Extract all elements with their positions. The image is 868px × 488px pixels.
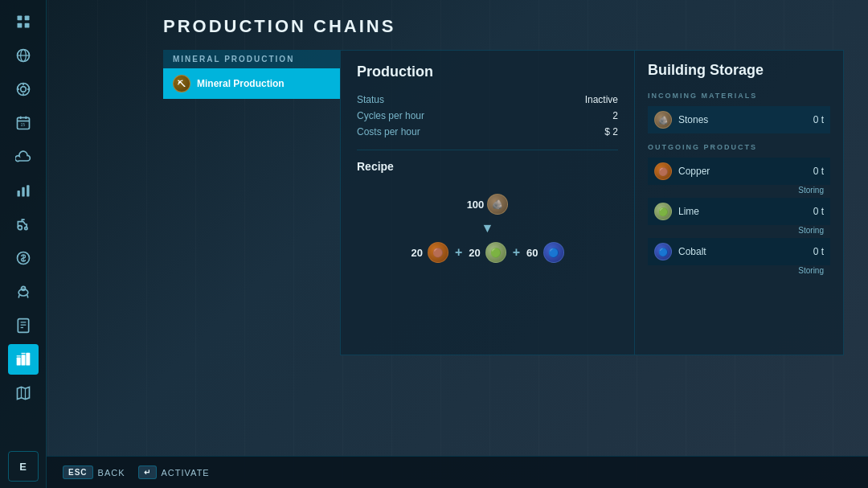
copper-name-group: 🟤 Copper xyxy=(654,162,710,180)
svg-rect-2 xyxy=(17,23,22,28)
category-item-label: Mineral Production xyxy=(197,78,285,89)
sidebar-item-escape[interactable]: E xyxy=(8,451,39,482)
lime-status: Storing xyxy=(648,226,830,238)
content-row: MINERAL PRODUCTION ⛏ Mineral Production … xyxy=(163,50,844,355)
sidebar-item-money[interactable] xyxy=(8,243,39,273)
svg-line-26 xyxy=(18,295,19,297)
lime-icon: 🟢 xyxy=(654,203,672,220)
plus-sign-1: + xyxy=(455,245,462,260)
bottom-bar: ESC BACK ↵ ACTIVATE xyxy=(47,456,868,488)
divider xyxy=(357,150,618,150)
sidebar-item-settings[interactable] xyxy=(8,74,39,105)
copper-icon: 🟤 xyxy=(654,162,672,180)
output-amount-2: 20 xyxy=(469,247,480,259)
activate-key: ↵ xyxy=(138,465,157,479)
svg-rect-33 xyxy=(21,355,25,365)
stone-resource-icon: 🪨 xyxy=(487,194,508,215)
svg-rect-18 xyxy=(17,191,19,197)
copper-name: Copper xyxy=(678,166,710,177)
outgoing-label: OUTGOING PRODUCTS xyxy=(648,140,830,154)
back-label: BACK xyxy=(98,468,125,478)
category-panel: MINERAL PRODUCTION ⛏ Mineral Production xyxy=(163,50,340,355)
category-item-mineral[interactable]: ⛏ Mineral Production xyxy=(163,68,340,99)
recipe-output: 20 🟤 + 20 🟢 + 60 🔵 xyxy=(411,242,563,263)
cobalt-icon: 🔵 xyxy=(654,243,672,260)
cobalt-output-icon: 🔵 xyxy=(543,242,564,263)
production-title: Production xyxy=(357,64,618,80)
esc-key: ESC xyxy=(63,465,93,479)
back-button[interactable]: ESC BACK xyxy=(63,465,125,479)
lime-name: Lime xyxy=(678,206,699,217)
copper-amount: 0 t xyxy=(813,166,824,177)
lime-output-icon: 🟢 xyxy=(485,242,506,263)
svg-rect-0 xyxy=(17,16,22,21)
stones-row: 🪨 Stones 0 t xyxy=(648,106,830,133)
cycles-row: Cycles per hour 2 xyxy=(357,108,618,124)
sidebar: 15 E xyxy=(0,0,47,488)
sidebar-item-production[interactable] xyxy=(8,344,39,375)
sidebar-item-ledger[interactable] xyxy=(8,310,39,341)
lime-row: 🟢 Lime 0 t xyxy=(648,198,830,225)
svg-line-27 xyxy=(27,295,28,297)
costs-label: Costs per hour xyxy=(357,126,420,137)
output-amount-1: 20 xyxy=(411,247,422,259)
sidebar-item-home[interactable] xyxy=(8,6,39,37)
status-row: Status Inactive xyxy=(357,92,618,108)
recipe-input-amount: 100 xyxy=(467,199,485,211)
lime-name-group: 🟢 Lime xyxy=(654,203,699,220)
lime-group: 🟢 Lime 0 t Storing xyxy=(648,198,830,238)
lime-amount: 0 t xyxy=(813,206,824,217)
sidebar-item-livestock[interactable] xyxy=(8,277,39,307)
stones-name-group: 🪨 Stones xyxy=(654,111,708,129)
svg-rect-34 xyxy=(26,353,30,366)
sidebar-item-chart[interactable] xyxy=(8,175,39,206)
category-header: MINERAL PRODUCTION xyxy=(163,50,340,68)
production-panel: Production Status Inactive Cycles per ho… xyxy=(340,50,635,355)
svg-rect-1 xyxy=(24,16,29,21)
svg-rect-19 xyxy=(22,187,24,197)
cycles-label: Cycles per hour xyxy=(357,110,424,121)
cobalt-name-group: 🔵 Cobalt xyxy=(654,243,706,260)
recipe-input: 100 🪨 xyxy=(467,194,509,215)
copper-output-icon: 🟤 xyxy=(428,242,448,263)
copper-group: 🟤 Copper 0 t Storing xyxy=(648,158,830,198)
svg-rect-28 xyxy=(18,319,28,333)
main-content: PRODUCTION CHAINS MINERAL PRODUCTION ⛏ M… xyxy=(47,0,868,488)
cobalt-name: Cobalt xyxy=(678,246,706,257)
sidebar-item-calendar[interactable]: 15 xyxy=(8,108,39,138)
costs-row: Costs per hour $ 2 xyxy=(357,124,618,140)
cobalt-row: 🔵 Cobalt 0 t xyxy=(648,238,830,265)
sidebar-item-map[interactable] xyxy=(8,378,39,408)
mineral-category-icon: ⛏ xyxy=(173,75,190,92)
svg-text:15: 15 xyxy=(20,122,25,127)
cobalt-status: Storing xyxy=(648,266,830,278)
incoming-label: INCOMING MATERIALS xyxy=(648,88,830,103)
output-amount-3: 60 xyxy=(526,247,538,259)
sidebar-item-tractor[interactable] xyxy=(8,209,39,240)
stones-amount: 0 t xyxy=(813,114,824,125)
svg-rect-20 xyxy=(27,185,29,196)
status-label: Status xyxy=(357,94,384,105)
sidebar-item-weather[interactable] xyxy=(8,141,39,172)
copper-row: 🟤 Copper 0 t xyxy=(648,158,830,185)
stones-name: Stones xyxy=(678,114,708,125)
sidebar-item-globe[interactable] xyxy=(8,40,39,71)
cobalt-amount: 0 t xyxy=(813,246,824,257)
plus-sign-2: + xyxy=(513,245,520,260)
stones-icon: 🪨 xyxy=(654,111,672,129)
svg-marker-37 xyxy=(17,388,29,400)
svg-rect-3 xyxy=(24,23,29,28)
activate-label: ACTIVATE xyxy=(162,468,210,478)
svg-rect-32 xyxy=(16,358,20,366)
storage-panel: Building Storage INCOMING MATERIALS 🪨 St… xyxy=(635,50,844,355)
recipe-area: 100 🪨 ▼ 20 🟤 + 20 🟢 + 60 🔵 xyxy=(357,186,618,271)
storage-title: Building Storage xyxy=(648,62,830,79)
costs-value: $ 2 xyxy=(604,126,618,137)
status-value: Inactive xyxy=(585,94,618,105)
copper-status: Storing xyxy=(648,186,830,198)
recipe-arrow: ▼ xyxy=(481,221,494,236)
page-title: PRODUCTION CHAINS xyxy=(163,16,844,37)
recipe-title: Recipe xyxy=(357,160,618,173)
activate-button[interactable]: ↵ ACTIVATE xyxy=(138,465,210,479)
cycles-value: 2 xyxy=(612,110,618,121)
